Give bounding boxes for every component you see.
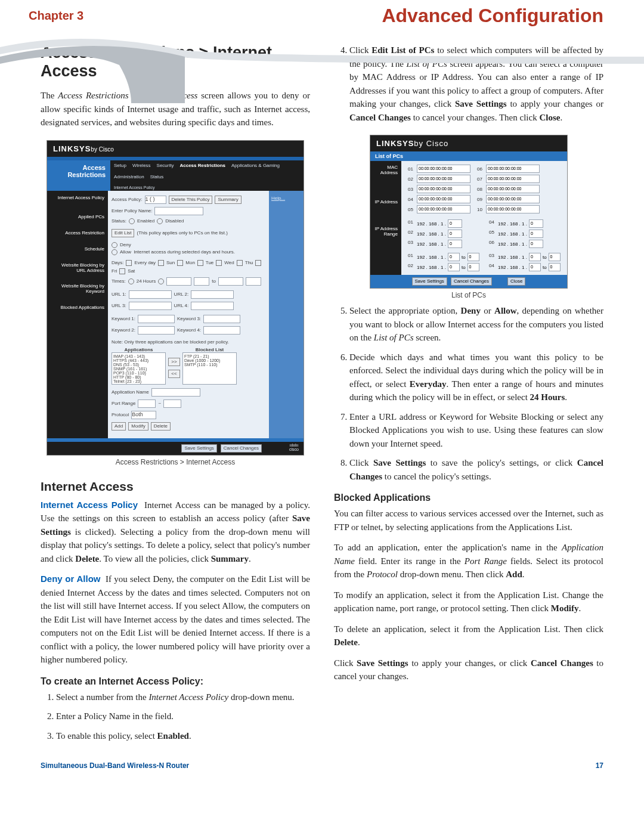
everyday-label: Every day	[134, 260, 156, 265]
edit-list-button[interactable]: Edit List	[112, 229, 134, 237]
policy-select[interactable]: 1 ( )	[145, 196, 166, 204]
side-label-iap: Internet Access Policy	[51, 196, 104, 201]
applications-list[interactable]: IMAP (143 - 143) HTTPS (443 - 443) DNS (…	[112, 352, 166, 385]
move-left-button[interactable]: <<	[168, 370, 180, 378]
mac-input[interactable]: 00:00:00:00:00:00	[417, 175, 470, 183]
app-name-input[interactable]	[151, 388, 200, 397]
port-range-label: Port Range	[112, 401, 135, 406]
status-label: Status:	[112, 218, 126, 224]
url4-label: URL 4:	[174, 303, 189, 308]
dow-wed[interactable]	[216, 260, 222, 266]
range-from-input[interactable]: 0	[529, 263, 541, 271]
cancel-changes-button[interactable]: Cancel Changes	[451, 277, 492, 286]
mac-input[interactable]: 00:00:00:00:00:00	[417, 205, 470, 213]
kw1-label: Keyword 1:	[112, 316, 135, 321]
dow-mon[interactable]	[177, 260, 183, 266]
kw1-input[interactable]	[138, 315, 175, 323]
range-to-input[interactable]: 0	[549, 253, 561, 261]
ip-input[interactable]: 0	[448, 230, 462, 238]
range-from-input[interactable]: 0	[448, 253, 460, 261]
tab-status[interactable]: Status	[150, 174, 164, 179]
to-hour[interactable]	[218, 277, 243, 286]
ip-input[interactable]: 0	[529, 240, 543, 248]
summary-button[interactable]: Summary	[215, 196, 241, 204]
dow-sat[interactable]	[119, 268, 125, 274]
mac-input[interactable]: 00:00:00:00:00:00	[486, 165, 540, 173]
dow-sun[interactable]	[158, 260, 164, 266]
url3-input[interactable]	[129, 302, 172, 310]
add-button[interactable]: Add	[112, 422, 126, 431]
allow-radio[interactable]	[112, 249, 117, 255]
modify-button[interactable]: Modify	[128, 422, 148, 431]
mac-input[interactable]: 00:00:00:00:00:00	[417, 185, 470, 193]
step-6: Decide which days and what times you wan…	[349, 351, 603, 404]
tab-wireless[interactable]: Wireless	[132, 163, 151, 168]
url2-input[interactable]	[191, 290, 234, 299]
side-label-block-keyword: Website Blocking by Keyword	[51, 284, 104, 295]
cancel-changes-button[interactable]: Cancel Changes	[221, 444, 262, 453]
t24-radio[interactable]	[128, 278, 134, 284]
tab-security[interactable]: Security	[157, 163, 174, 168]
close-button[interactable]: Close	[507, 277, 525, 286]
policy-name-input[interactable]	[154, 207, 203, 215]
mac-input[interactable]: 00:00:00:00:00:00	[486, 205, 540, 213]
list-of-pcs-header: List of PCs	[370, 151, 567, 161]
dow-thu[interactable]	[237, 260, 243, 266]
range-to-input[interactable]: 0	[467, 263, 479, 271]
subtab-internet-access-policy[interactable]: Internet Access Policy	[114, 185, 300, 190]
range-to-input[interactable]: 0	[467, 253, 479, 261]
tue-label: Tue	[206, 260, 214, 265]
ip-input[interactable]: 0	[448, 219, 462, 228]
save-settings-button[interactable]: Save Settings	[412, 277, 447, 286]
time-range-radio[interactable]	[158, 278, 164, 284]
applications-header: Applications	[112, 347, 166, 352]
tab-apps-gaming[interactable]: Applications & Gaming	[231, 163, 280, 168]
range-from-input[interactable]: 0	[529, 253, 541, 261]
mac-input[interactable]: 00:00:00:00:00:00	[486, 175, 540, 183]
deny-radio[interactable]	[112, 242, 117, 248]
help-link[interactable]: Help...	[271, 196, 285, 201]
move-right-button[interactable]: >>	[168, 358, 180, 366]
from-hour[interactable]	[166, 277, 191, 286]
dow-fri[interactable]	[255, 260, 261, 266]
tab-setup[interactable]: Setup	[114, 163, 126, 168]
dow-tue[interactable]	[197, 260, 203, 266]
allow-label: Allow	[120, 249, 131, 255]
url1-input[interactable]	[129, 290, 172, 299]
mac-input[interactable]: 00:00:00:00:00:00	[417, 165, 470, 173]
to-min[interactable]	[246, 277, 261, 286]
deny-note: Internet access during selected days and…	[134, 249, 235, 255]
access-policy-label: Access Policy:	[112, 197, 143, 202]
status-disabled-radio[interactable]	[157, 218, 163, 224]
status-enabled-radio[interactable]	[129, 218, 135, 224]
ip-input[interactable]: 0	[448, 240, 462, 248]
range-to-input[interactable]: 0	[549, 263, 561, 271]
tab-access-restrictions[interactable]: Access Restrictions	[179, 163, 225, 168]
ip-input[interactable]: 0	[529, 230, 543, 238]
blocked-p5: Click Save Settings to apply your change…	[334, 657, 603, 683]
mac-input[interactable]: 00:00:00:00:00:00	[417, 195, 470, 203]
range-from-input[interactable]: 0	[448, 263, 460, 271]
protocol-select[interactable]: Both	[131, 411, 156, 419]
side-label-access-restriction: Access Restriction	[51, 231, 104, 236]
delete-button[interactable]: Delete	[151, 422, 171, 431]
create-steps-left: Select a number from the Internet Access…	[41, 690, 310, 743]
port-from-input[interactable]	[138, 400, 156, 408]
tab-administration[interactable]: Administration	[114, 174, 144, 179]
kw3-input[interactable]	[203, 315, 240, 323]
ip-input[interactable]: 0	[529, 219, 543, 228]
url4-input[interactable]	[191, 302, 234, 310]
from-min[interactable]	[194, 277, 209, 286]
kw4-input[interactable]	[203, 326, 240, 335]
nav-tabs[interactable]: Setup Wireless Security Access Restricti…	[110, 160, 304, 191]
delete-policy-button[interactable]: Delete This Policy	[169, 196, 213, 204]
everyday-check[interactable]	[126, 260, 132, 266]
kw2-input[interactable]	[138, 326, 175, 335]
blocked-apps-heading: Blocked Applications	[334, 493, 603, 503]
mac-input[interactable]: 00:00:00:00:00:00	[486, 185, 540, 193]
blocked-list[interactable]: FTP (21 - 21) Dave (1000 - 1200) SMTP (1…	[182, 352, 237, 385]
save-settings-button[interactable]: Save Settings	[181, 444, 216, 453]
port-to-input[interactable]	[163, 400, 181, 408]
mac-input[interactable]: 00:00:00:00:00:00	[486, 195, 540, 203]
side-label-block-url: Website Blocking by URL Address	[51, 263, 104, 274]
